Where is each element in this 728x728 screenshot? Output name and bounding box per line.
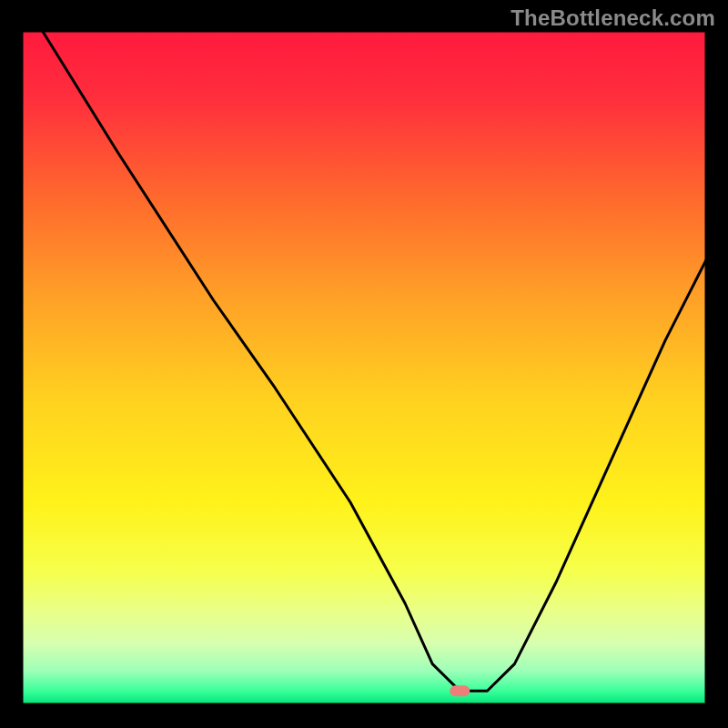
gradient-background <box>22 31 706 704</box>
plot-svg <box>0 0 728 728</box>
min-marker <box>450 685 470 696</box>
watermark-text: TheBottleneck.com <box>511 5 715 31</box>
chart-stage: TheBottleneck.com <box>0 0 728 728</box>
